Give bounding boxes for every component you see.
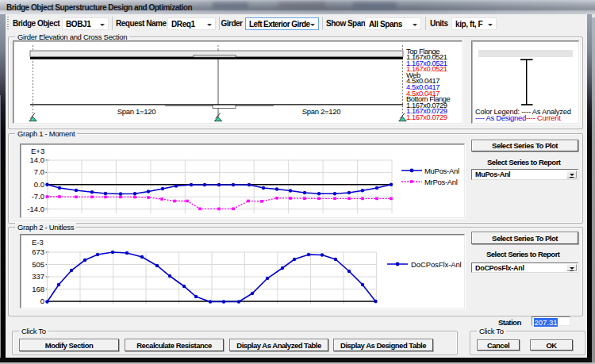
svg-text:0.0: 0.0	[34, 180, 44, 189]
svg-text:-7.0: -7.0	[32, 192, 44, 201]
svg-text:673: 673	[32, 247, 44, 256]
svg-text:E-3: E-3	[32, 238, 44, 247]
svg-text:505: 505	[32, 260, 44, 269]
svg-text:1.167x0.0729: 1.167x0.0729	[406, 113, 447, 121]
svg-text:337: 337	[32, 272, 44, 281]
svg-text:Span 2=120: Span 2=120	[302, 107, 341, 116]
svg-text:---- As Designed---- Current: ---- As Designed---- Current	[475, 114, 561, 122]
svg-text:-14.0: -14.0	[27, 205, 44, 213]
svg-text:7.0: 7.0	[34, 167, 44, 176]
svg-text:14.0: 14.0	[30, 155, 45, 164]
svg-text:DoCPosFlx-Anl: DoCPosFlx-Anl	[411, 260, 462, 269]
svg-text:0: 0	[40, 297, 44, 305]
svg-text:168: 168	[32, 285, 44, 293]
svg-text:MrPos-Anl: MrPos-Anl	[424, 178, 458, 186]
svg-text:Span 1=120: Span 1=120	[117, 107, 156, 116]
svg-text:E+3: E+3	[31, 147, 44, 155]
svg-text:MuPos-Anl: MuPos-Anl	[424, 167, 459, 175]
